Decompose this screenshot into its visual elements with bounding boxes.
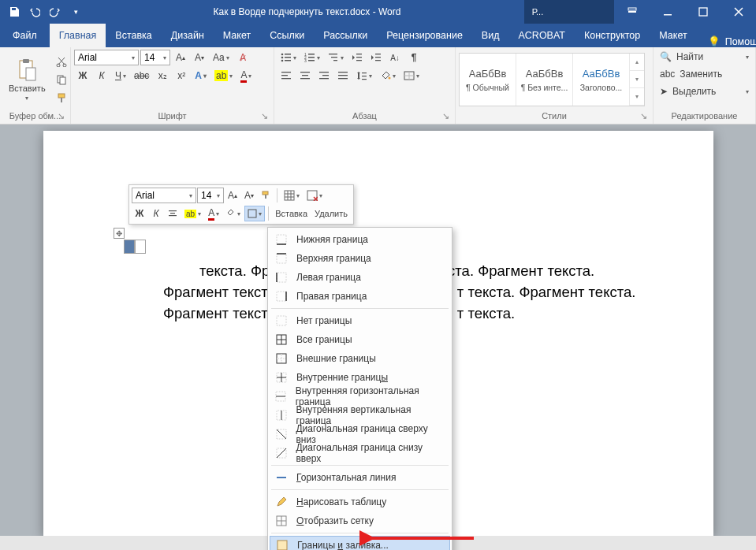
tab-home[interactable]: Главная bbox=[50, 24, 106, 47]
text-effects-button[interactable]: A bbox=[192, 67, 210, 84]
menu-inside-borders[interactable]: Внутренние границы bbox=[270, 368, 450, 387]
style-normal[interactable]: АаБбВв¶ Обычный bbox=[460, 54, 516, 106]
mini-size-select[interactable]: 14 bbox=[197, 188, 224, 203]
ribbon-options-icon[interactable] bbox=[614, 0, 650, 24]
align-justify-button[interactable] bbox=[334, 67, 352, 84]
shading-button[interactable] bbox=[377, 67, 399, 84]
mini-bold[interactable]: Ж bbox=[132, 206, 147, 221]
cut-button[interactable] bbox=[53, 53, 70, 70]
tab-table-layout[interactable]: Макет bbox=[650, 24, 696, 47]
paste-button[interactable]: Вставить ▾ bbox=[3, 51, 51, 108]
minimize-icon[interactable] bbox=[650, 0, 685, 24]
mini-grow-font[interactable]: A▴ bbox=[225, 188, 240, 203]
clear-formatting-button[interactable]: A̷ bbox=[234, 49, 251, 66]
clipboard-dialog-icon[interactable]: ↘ bbox=[56, 111, 65, 121]
format-painter-button[interactable] bbox=[53, 89, 70, 106]
copy-button[interactable] bbox=[53, 71, 70, 88]
increase-indent-button[interactable] bbox=[367, 49, 385, 66]
user-name-area[interactable] bbox=[551, 0, 614, 24]
tab-file[interactable]: Файл bbox=[0, 24, 50, 47]
tab-references[interactable]: Ссылки bbox=[260, 24, 314, 47]
tab-table-design[interactable]: Конструктор bbox=[575, 24, 650, 47]
svg-rect-14 bbox=[285, 54, 291, 55]
menu-left-border[interactable]: Левая граница bbox=[270, 268, 450, 287]
mini-shrink-font[interactable]: A▾ bbox=[241, 188, 257, 203]
menu-outside-borders[interactable]: Внешние границы bbox=[270, 349, 450, 368]
menu-draw-table[interactable]: Нарисовать таблицу bbox=[270, 492, 450, 511]
mini-italic[interactable]: К bbox=[148, 206, 164, 221]
superscript-button[interactable]: x² bbox=[173, 67, 190, 84]
save-icon[interactable] bbox=[5, 2, 24, 21]
style-nospacing[interactable]: АаБбВв¶ Без инте... bbox=[516, 54, 573, 106]
menu-diag-up[interactable]: Диагональная граница снизу вверх bbox=[270, 444, 450, 463]
mini-format-painter[interactable] bbox=[258, 188, 274, 203]
mini-highlight[interactable]: ab bbox=[181, 206, 204, 221]
tell-me[interactable]: 💡 Помощь bbox=[697, 35, 756, 47]
align-center-button[interactable] bbox=[296, 67, 314, 84]
highlight-button[interactable]: ab bbox=[211, 67, 236, 84]
multilevel-button[interactable] bbox=[325, 49, 347, 66]
tab-review[interactable]: Рецензирование bbox=[377, 24, 472, 47]
menu-right-border[interactable]: Правая граница bbox=[270, 287, 450, 306]
decrease-indent-button[interactable] bbox=[348, 49, 366, 66]
style-heading1[interactable]: АаБбВвЗаголово... bbox=[573, 54, 630, 106]
align-left-button[interactable] bbox=[277, 67, 295, 84]
font-color-button[interactable]: A bbox=[237, 67, 255, 84]
undo-icon[interactable] bbox=[25, 2, 44, 21]
strikethrough-button[interactable]: abc bbox=[131, 67, 152, 84]
grow-font-button[interactable]: A▴ bbox=[172, 49, 189, 66]
close-icon[interactable] bbox=[721, 0, 756, 24]
change-case-button[interactable]: Aa bbox=[210, 49, 233, 66]
style-gallery[interactable]: АаБбВв¶ Обычный АаБбВв¶ Без инте... АаБб… bbox=[459, 53, 645, 106]
align-right-button[interactable] bbox=[315, 67, 333, 84]
subscript-button[interactable]: x₂ bbox=[154, 67, 171, 84]
replace-button[interactable]: ab⁠cЗаменить bbox=[657, 66, 752, 82]
menu-diag-down[interactable]: Диагональная граница сверху вниз bbox=[270, 425, 450, 444]
mini-borders[interactable] bbox=[244, 206, 265, 221]
mini-align[interactable] bbox=[165, 206, 181, 221]
tab-acrobat[interactable]: ACROBAT bbox=[508, 24, 575, 47]
menu-no-border[interactable]: Нет границы bbox=[270, 311, 450, 330]
tab-mailings[interactable]: Рассылки bbox=[314, 24, 377, 47]
tab-design[interactable]: Дизайн bbox=[162, 24, 214, 47]
borders-button[interactable] bbox=[400, 67, 423, 84]
menu-bottom-border[interactable]: Нижняя граница bbox=[270, 230, 450, 249]
bold-button[interactable]: Ж bbox=[74, 67, 91, 84]
show-marks-button[interactable]: ¶ bbox=[405, 49, 423, 66]
find-button[interactable]: 🔍Найти▾ bbox=[657, 49, 752, 65]
svg-rect-66 bbox=[277, 235, 286, 244]
tab-view[interactable]: Вид bbox=[472, 24, 509, 47]
menu-horizontal-line[interactable]: Горизонтальная линия bbox=[270, 468, 450, 487]
maximize-icon[interactable] bbox=[685, 0, 721, 24]
qat-customize-icon[interactable]: ▾ bbox=[66, 2, 85, 21]
bullets-button[interactable] bbox=[277, 49, 300, 66]
redo-icon[interactable] bbox=[46, 2, 65, 21]
menu-inside-v-border[interactable]: Внутренняя вертикальная граница bbox=[270, 406, 450, 425]
tab-layout[interactable]: Макет bbox=[214, 24, 260, 47]
tab-insert[interactable]: Вставка bbox=[106, 24, 161, 47]
font-dialog-icon[interactable]: ↘ bbox=[259, 111, 269, 121]
mini-delete-table[interactable] bbox=[304, 188, 326, 203]
font-size-select[interactable]: 14 bbox=[140, 50, 170, 65]
line-spacing-button[interactable] bbox=[353, 67, 375, 84]
underline-button[interactable]: Ч bbox=[112, 67, 129, 84]
italic-button[interactable]: К bbox=[93, 67, 110, 84]
select-button[interactable]: ➤Выделить▾ bbox=[657, 84, 752, 99]
style-gallery-scroll[interactable]: ▴▾▾ bbox=[630, 54, 644, 106]
shrink-font-button[interactable]: A▾ bbox=[191, 49, 208, 66]
mini-insert-table[interactable] bbox=[281, 188, 303, 203]
mini-font-select[interactable]: Arial bbox=[132, 188, 196, 203]
table-cell-selection[interactable] bbox=[124, 240, 147, 255]
mini-font-color[interactable]: A bbox=[205, 206, 222, 221]
mini-shading[interactable] bbox=[223, 206, 244, 221]
menu-all-borders[interactable]: Все границы bbox=[270, 330, 450, 349]
menu-top-border[interactable]: Верхняя граница bbox=[270, 249, 450, 268]
numbering-button[interactable]: 123 bbox=[301, 49, 323, 66]
font-name-select[interactable]: Arial bbox=[74, 50, 139, 65]
table-move-handle-icon[interactable]: ✥ bbox=[114, 228, 125, 239]
sort-button[interactable]: A↓ bbox=[386, 49, 404, 66]
user-badge[interactable]: Р... bbox=[524, 0, 551, 24]
paragraph-dialog-icon[interactable]: ↘ bbox=[441, 111, 450, 121]
styles-dialog-icon[interactable]: ↘ bbox=[639, 111, 648, 121]
menu-inside-h-border[interactable]: Внутренняя горизонтальная граница bbox=[270, 387, 450, 406]
